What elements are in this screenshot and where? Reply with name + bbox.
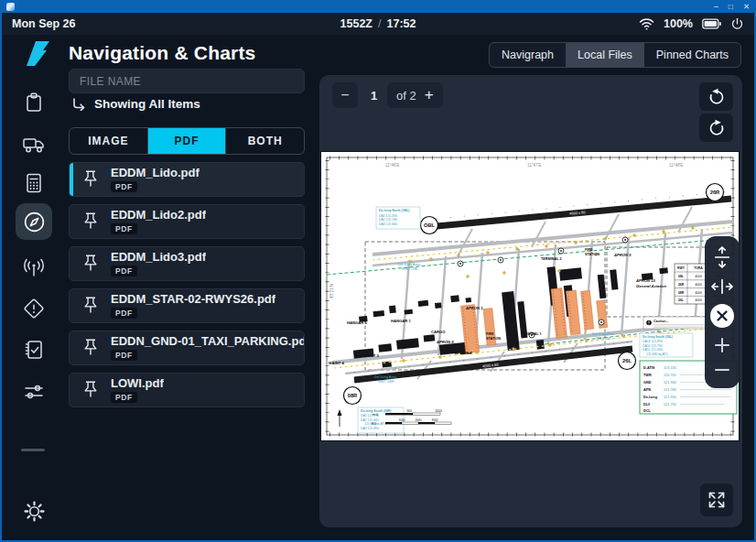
file-name: EDDM_STAR-02-RWYS26.pdf — [111, 293, 275, 306]
file-item[interactable]: EDDM_STAR-02-RWYS26.pdf PDF — [69, 288, 305, 323]
pin-icon[interactable] — [81, 379, 100, 401]
svg-text:De-Icing North (OBL): De-Icing North (OBL) — [379, 209, 410, 212]
svg-text:m 0: m 0 — [373, 413, 378, 417]
rail-item-calculator[interactable] — [16, 165, 52, 201]
rail-item-presets[interactable] — [16, 374, 52, 410]
fit-height-button[interactable] — [712, 245, 732, 269]
efb-window: – □ ✕ Mon Sep 26 1552Z / 17:52 100% — [0, 0, 756, 542]
zoom-in-button[interactable] — [713, 336, 731, 354]
svg-text:4000: 4000 — [695, 291, 702, 295]
file-name: LOWI.pdf — [111, 377, 164, 390]
page-increment-button[interactable]: + — [425, 86, 434, 104]
svg-text:RWY 26L: RWY 26L — [596, 336, 612, 341]
rail-item-clipboard[interactable] — [16, 84, 52, 121]
file-item[interactable]: EDDN_GND-01_TAXI_PARKING.pdf PDF — [69, 331, 305, 365]
window-minimize-button[interactable]: – — [714, 3, 718, 11]
pin-icon[interactable] — [81, 211, 100, 233]
svg-text:11°46'E: 11°46'E — [385, 163, 399, 168]
svg-text:RWY: RWY — [677, 266, 686, 270]
file-item[interactable]: EDDM_Lido.pdf PDF — [69, 162, 305, 197]
svg-text:TERMINAL 1: TERMINAL 1 — [521, 332, 542, 336]
svg-text:4000: 4000 — [695, 298, 702, 302]
pin-icon[interactable] — [81, 253, 100, 275]
svg-text:TORA: TORA — [694, 266, 703, 270]
svg-text:1000: 1000 — [398, 418, 405, 422]
fullscreen-icon — [707, 491, 726, 509]
rail-item-hazard[interactable] — [16, 290, 52, 327]
rail-divider — [21, 449, 45, 451]
filter-pdf[interactable]: PDF — [148, 128, 227, 154]
fit-width-button[interactable] — [710, 276, 734, 297]
clipboard-icon — [22, 91, 46, 114]
close-icon — [709, 303, 735, 329]
svg-text:4000: 4000 — [695, 275, 702, 278]
checklist-icon — [22, 338, 46, 362]
file-name: EDDN_GND-01_TAXI_PARKING.pdf — [111, 335, 304, 348]
svg-text:08L: 08L — [678, 275, 684, 278]
page-decrement-button[interactable]: − — [332, 82, 358, 108]
file-type-badge: PDF — [111, 223, 137, 234]
window-titlebar[interactable]: – □ ✕ — [0, 0, 756, 13]
svg-text:GND: GND — [643, 381, 652, 385]
file-type-badge: PDF — [111, 350, 137, 361]
filter-image[interactable]: IMAGE — [70, 128, 148, 154]
svg-text:MAINT 4: MAINT 4 — [329, 361, 344, 365]
svg-text:APRON 5: APRON 5 — [613, 253, 632, 257]
pin-icon[interactable] — [81, 295, 100, 317]
svg-text:DA15 121.660: DA15 121.660 — [643, 348, 663, 352]
svg-text:ft 0: ft 0 — [372, 422, 376, 426]
antenna-icon — [21, 256, 47, 280]
app-icon — [6, 3, 15, 11]
svg-text:APRON 9: APRON 9 — [436, 340, 454, 344]
tab-local-files[interactable]: Local Files — [566, 43, 644, 67]
pin-icon[interactable] — [81, 168, 100, 190]
file-name-input[interactable] — [69, 69, 305, 93]
file-item[interactable]: EDDM_Lido3.pdf PDF — [69, 246, 305, 281]
svg-text:DA14 121.790: DA14 121.790 — [643, 344, 663, 348]
svg-text:3000: 3000 — [431, 418, 437, 422]
svg-text:FIRE: FIRE — [585, 248, 593, 252]
window-close-button[interactable]: ✕ — [743, 3, 750, 11]
rotate-ccw-icon — [707, 88, 726, 106]
svg-text:1000: 1000 — [435, 409, 442, 413]
rail-item-truck[interactable] — [16, 125, 52, 162]
file-name: EDDM_Lido3.pdf — [111, 251, 206, 264]
minus-icon — [713, 361, 731, 379]
file-item[interactable]: EDDM_Lido2.pdf PDF — [69, 204, 305, 239]
chart-zoom-toolbar — [705, 236, 740, 388]
svg-text:De-Icing South (26L): De-Icing South (26L) — [643, 335, 673, 339]
file-item[interactable]: LOWI.pdf PDF — [69, 373, 305, 407]
page-title: Navigation & Charts — [69, 42, 256, 64]
filter-both[interactable]: BOTH — [226, 128, 304, 154]
svg-text:HANGAR 1: HANGAR 1 — [391, 319, 412, 323]
close-viewer-button[interactable] — [709, 303, 735, 329]
rotate-ccw-button[interactable] — [699, 82, 733, 111]
truck-icon — [21, 132, 47, 156]
zoom-out-button[interactable] — [713, 361, 731, 379]
rail-item-checklists[interactable] — [16, 331, 52, 368]
pin-icon[interactable] — [81, 337, 100, 359]
svg-text:OBL: OBL — [424, 222, 436, 228]
settings-button[interactable] — [16, 493, 52, 529]
svg-text:STATION: STATION — [585, 253, 599, 256]
airport-chart-document[interactable]: 11°46'E 11°47'E 11°48'E 48°21'N — [321, 152, 739, 440]
svg-text:123.130: 123.130 — [664, 366, 676, 370]
wifi-icon — [639, 17, 654, 30]
svg-text:STATION: STATION — [486, 337, 501, 341]
svg-text:RWY OBL: RWY OBL — [402, 266, 419, 271]
fullscreen-button[interactable] — [700, 483, 733, 516]
rail-item-navigation-compass[interactable] — [16, 203, 52, 240]
power-icon[interactable] — [730, 17, 744, 31]
svg-text:APRON 13: APRON 13 — [635, 278, 656, 283]
svg-text:DLV: DLV — [643, 403, 651, 406]
window-maximize-button[interactable]: □ — [729, 3, 733, 11]
svg-text:De-Icing: De-Icing — [643, 396, 658, 399]
rail-item-antenna[interactable] — [16, 250, 52, 287]
svg-text:4000: 4000 — [695, 283, 702, 287]
tab-navigraph[interactable]: Navigraph — [490, 43, 566, 67]
rotate-cw-button[interactable] — [699, 114, 733, 142]
svg-text:26R: 26R — [710, 190, 720, 195]
tab-pinned-charts[interactable]: Pinned Charts — [644, 43, 740, 67]
status-local-time: 17:52 — [386, 17, 416, 30]
svg-text:MAINT 3: MAINT 3 — [363, 353, 379, 358]
